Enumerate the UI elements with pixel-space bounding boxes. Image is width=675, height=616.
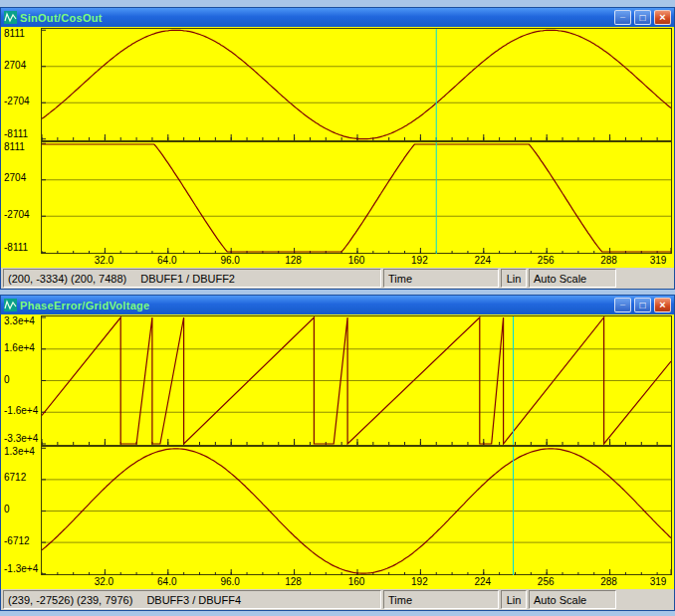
y-tick-label: 0 (4, 505, 10, 514)
x-tick-label: 192 (411, 255, 428, 266)
x-axis-labels: 32.064.096.0128160192224256288319 (41, 254, 672, 268)
status-bar: (200, -3334) (200, 7488) DBUFF1 / DBUFF2… (1, 268, 674, 289)
y-tick-label: 1.6e+4 (4, 343, 35, 353)
subplot-lower-cosout[interactable] (41, 141, 672, 255)
x-tick-label: 224 (474, 255, 491, 266)
scale-mode-panel: Lin (501, 269, 527, 288)
close-button[interactable]: × (654, 10, 671, 25)
x-tick-label: 32.0 (95, 576, 113, 587)
domain-mode-panel: Time (383, 269, 499, 288)
cursor-readout-panel: (239, -27526) (239, 7976) DBUFF3 / DBUFF… (3, 590, 381, 609)
y-axis-labels: 3.3e+41.6e+40-1.6e+4-3.3e+4 (1, 315, 41, 446)
minimize-icon: _ (620, 298, 625, 307)
y-axis-labels: 81112704-2704-8111 (1, 28, 41, 141)
cursor-readout: (239, -27526) (239, 7976) (8, 594, 132, 606)
cursor-readout: (200, -3334) (200, 7488) (8, 273, 126, 285)
maximize-icon: □ (639, 301, 645, 310)
x-tick-label: 96.0 (220, 576, 239, 587)
window-title: SinOut/CosOut (20, 12, 611, 24)
waveform-canvas (42, 142, 671, 254)
x-tick-label: 256 (538, 576, 555, 587)
x-tick-label: 64.0 (157, 255, 176, 266)
autoscale-label: Auto Scale (534, 594, 586, 606)
y-tick-label: 1.3e+4 (4, 447, 35, 457)
minimize-icon: _ (620, 10, 625, 19)
maximize-icon: □ (639, 13, 645, 23)
autoscale-panel: Auto Scale (529, 590, 616, 609)
y-tick-label: -8111 (4, 129, 28, 139)
waveform-canvas (42, 29, 671, 140)
status-bar: (239, -27526) (239, 7976) DBUFF3 / DBUFF… (1, 589, 674, 610)
x-tick-label: 192 (411, 576, 428, 587)
y-tick-label: -2704 (4, 210, 30, 220)
x-tick-label: 319 (650, 255, 667, 266)
buffer-names: DBUFF3 / DBUFF4 (146, 594, 241, 606)
close-icon: × (659, 300, 665, 310)
y-tick-label: -6712 (4, 536, 30, 546)
statusbar-spacer (618, 590, 672, 609)
graph-window-sinout-cosout: SinOut/CosOut _ □ × 81112704-2704-8111 8… (0, 7, 675, 290)
y-tick-label: -1.6e+4 (4, 406, 38, 416)
domain-mode-label: Time (388, 273, 412, 285)
minimize-button[interactable]: _ (614, 298, 631, 312)
plot-area: 3.3e+41.6e+40-1.6e+4-3.3e+4 1.3e+467120-… (1, 314, 674, 589)
x-tick-label: 160 (348, 576, 365, 587)
y-tick-label: 6712 (4, 473, 26, 483)
scale-mode-panel: Lin (501, 590, 527, 609)
x-tick-label: 319 (650, 576, 667, 587)
cursor-readout-panel: (200, -3334) (200, 7488) DBUFF1 / DBUFF2 (3, 269, 381, 288)
y-tick-label: -1.3e+4 (4, 564, 38, 574)
waveform-canvas (42, 447, 671, 575)
buffer-names: DBUFF1 / DBUFF2 (140, 273, 235, 285)
y-tick-label: -8111 (4, 243, 28, 253)
x-tick-label: 128 (285, 576, 302, 587)
y-axis-labels: 81112704-2704-8111 (1, 141, 41, 255)
x-tick-label: 224 (474, 576, 491, 587)
x-tick-label: 288 (600, 576, 617, 587)
x-tick-label: 96.0 (220, 255, 239, 266)
x-tick-label: 256 (538, 255, 555, 266)
titlebar[interactable]: PhaseError/GridVoltage _ □ × (1, 296, 674, 314)
y-tick-label: 0 (4, 375, 10, 385)
close-icon: × (659, 12, 665, 23)
y-tick-label: 8111 (4, 29, 25, 39)
titlebar[interactable]: SinOut/CosOut _ □ × (1, 8, 674, 27)
subplot-upper-phaseerror[interactable] (41, 315, 672, 446)
scale-mode-label: Lin (507, 594, 522, 606)
y-axis-labels: 1.3e+467120-6712-1.3e+4 (1, 446, 41, 576)
scale-mode-label: Lin (507, 273, 522, 285)
plot-area: 81112704-2704-8111 81112704-2704-8111 32… (1, 27, 674, 268)
y-tick-label: -2704 (4, 97, 30, 106)
x-tick-label: 160 (348, 255, 365, 266)
x-tick-label: 128 (285, 255, 302, 266)
y-tick-label: 2704 (4, 61, 26, 71)
graph-window-phaseerror-gridvoltage: PhaseError/GridVoltage _ □ × 3.3e+41.6e+… (0, 295, 675, 611)
autoscale-label: Auto Scale (534, 273, 586, 285)
y-tick-label: -3.3e+4 (4, 434, 38, 444)
x-tick-label: 288 (600, 255, 617, 266)
waveform-canvas (42, 316, 671, 445)
x-axis-labels: 32.064.096.0128160192224256288319 (41, 575, 672, 589)
maximize-button[interactable]: □ (634, 298, 651, 312)
domain-mode-panel: Time (383, 590, 499, 609)
y-tick-label: 8111 (4, 142, 25, 152)
subplot-upper-sinout[interactable] (41, 28, 672, 141)
statusbar-spacer (618, 269, 672, 288)
x-tick-label: 32.0 (95, 255, 113, 266)
subplot-lower-gridvoltage[interactable] (41, 446, 672, 576)
close-button[interactable]: × (654, 298, 671, 312)
graph-icon (4, 11, 17, 24)
maximize-button[interactable]: □ (634, 10, 651, 25)
autoscale-panel: Auto Scale (529, 269, 616, 288)
graph-icon (4, 299, 17, 311)
x-tick-label: 64.0 (157, 576, 176, 587)
window-title: PhaseError/GridVoltage (20, 300, 611, 311)
minimize-button[interactable]: _ (614, 10, 631, 25)
y-tick-label: 2704 (4, 173, 26, 183)
domain-mode-label: Time (388, 594, 412, 606)
y-tick-label: 3.3e+4 (4, 316, 35, 326)
